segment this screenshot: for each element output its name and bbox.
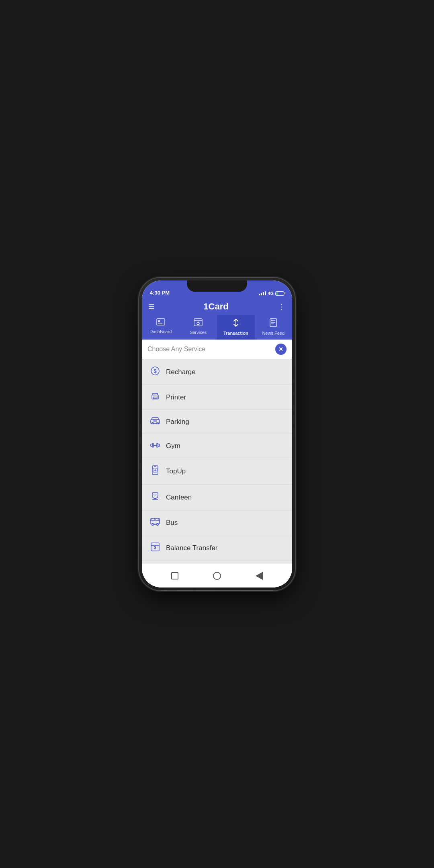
transaction-icon (232, 318, 240, 329)
back-button[interactable] (170, 571, 179, 580)
gym-icon (150, 441, 160, 450)
balance-transfer-icon: $ (150, 542, 160, 553)
phone-frame: 4:30 PM 4G ☰ 1Card (139, 277, 295, 591)
service-item-recharge[interactable]: $ Recharge (142, 359, 292, 385)
more-options-icon[interactable]: ⋮ (277, 302, 286, 311)
clear-search-button[interactable]: ✕ (275, 344, 287, 355)
signal-bars (259, 291, 266, 295)
hamburger-icon[interactable]: ☰ (148, 303, 155, 310)
svg-text:$: $ (154, 545, 156, 550)
service-item-parking[interactable]: Parking (142, 410, 292, 434)
printer-label: Printer (166, 393, 186, 401)
services-icon (194, 318, 203, 328)
home-button[interactable] (213, 571, 221, 580)
signal-bar-3 (263, 292, 264, 295)
parking-icon (150, 417, 160, 426)
clear-icon: ✕ (278, 346, 283, 352)
newsfeed-icon (269, 318, 277, 329)
svg-point-35 (152, 524, 154, 526)
circle-icon (213, 572, 221, 580)
svg-rect-33 (151, 518, 160, 524)
svg-rect-2 (158, 323, 164, 323)
service-list: $ Recharge Printer (142, 359, 292, 585)
service-item-printer[interactable]: Printer (142, 385, 292, 410)
tab-services[interactable]: Services (180, 315, 217, 340)
tab-bar: DashBoard Services (142, 315, 292, 340)
svg-point-17 (157, 396, 158, 397)
triangle-icon (256, 572, 263, 580)
square-icon (171, 572, 178, 579)
phone-screen: 4:30 PM 4G ☰ 1Card (142, 280, 292, 588)
svg-rect-38 (151, 519, 155, 521)
signal-bar-1 (259, 294, 260, 295)
svg-rect-3 (158, 324, 162, 325)
dashboard-icon (156, 318, 165, 328)
tab-services-label: Services (190, 330, 207, 335)
recharge-icon: $ (150, 366, 160, 377)
svg-rect-28 (154, 467, 156, 467)
svg-point-36 (157, 524, 159, 526)
svg-rect-1 (158, 320, 160, 322)
svg-point-6 (197, 322, 199, 325)
canteen-label: Canteen (166, 493, 192, 502)
svg-text:$: $ (154, 368, 157, 374)
search-bar: Choose Any Service ✕ (142, 340, 292, 359)
topup-label: TopUp (166, 467, 186, 475)
tab-newsfeed[interactable]: News Feed (255, 315, 293, 340)
service-item-bus[interactable]: Bus (142, 510, 292, 535)
battery-indicator (275, 291, 284, 296)
battery-fill (276, 292, 278, 295)
svg-rect-21 (154, 420, 157, 422)
search-placeholder[interactable]: Choose Any Service (147, 346, 205, 353)
canteen-icon (150, 492, 160, 503)
service-item-balance-transfer[interactable]: $ Balance Transfer (142, 535, 292, 561)
network-label: 4G (268, 291, 274, 296)
service-item-canteen[interactable]: Canteen (142, 485, 292, 510)
screen-content: 4:30 PM 4G ☰ 1Card (142, 280, 292, 588)
notch (187, 280, 247, 292)
app-header: ☰ 1Card ⋮ (142, 298, 292, 315)
status-time: 4:30 PM (150, 290, 170, 296)
tab-newsfeed-label: News Feed (262, 331, 285, 336)
bottom-navigation (142, 563, 292, 588)
signal-bar-2 (261, 293, 262, 295)
bus-label: Bus (166, 519, 178, 527)
svg-rect-25 (157, 443, 158, 447)
svg-rect-12 (271, 319, 272, 321)
svg-rect-16 (153, 397, 157, 399)
service-item-gym[interactable]: Gym (142, 434, 292, 458)
tab-transaction[interactable]: Transaction (217, 315, 255, 340)
svg-rect-24 (152, 443, 154, 447)
app-title: 1Card (203, 301, 228, 312)
balance-transfer-label: Balance Transfer (166, 544, 218, 552)
recent-apps-button[interactable] (255, 571, 264, 580)
signal-bar-4 (265, 291, 266, 295)
tab-dashboard[interactable]: DashBoard (142, 315, 180, 340)
bus-icon (150, 518, 160, 528)
tab-dashboard-label: DashBoard (149, 329, 172, 334)
topup-icon (150, 465, 160, 477)
printer-icon (150, 392, 160, 402)
svg-rect-39 (156, 519, 159, 521)
gym-label: Gym (166, 442, 180, 450)
status-right: 4G (259, 291, 284, 296)
recharge-label: Recharge (166, 368, 196, 376)
parking-label: Parking (166, 418, 189, 426)
service-item-topup[interactable]: TopUp (142, 458, 292, 485)
tab-transaction-label: Transaction (223, 331, 248, 336)
